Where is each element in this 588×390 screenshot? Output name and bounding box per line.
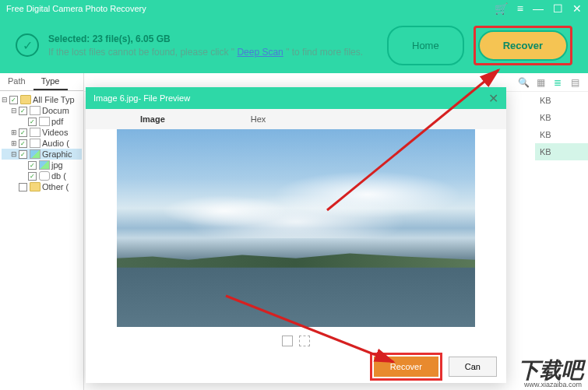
preview-tab-image[interactable]: Image <box>140 114 165 124</box>
preview-title: Image 6.jpg- File Preview <box>93 93 488 103</box>
tab-path[interactable]: Path <box>0 73 33 90</box>
minimize-icon[interactable]: — <box>533 2 544 15</box>
recover-highlight-small: Recover <box>370 353 442 381</box>
tree-item-other[interactable]: Other ( <box>2 181 82 192</box>
maximize-icon[interactable]: ☐ <box>553 2 563 15</box>
preview-image <box>117 129 475 327</box>
jpg-icon <box>39 160 50 170</box>
file-list: KB KB KB KB <box>535 92 588 160</box>
pdf-icon <box>39 117 50 126</box>
preview-header: Image 6.jpg- File Preview ✕ <box>86 87 506 109</box>
audio-icon <box>30 139 40 148</box>
preview-dialog: Image 6.jpg- File Preview ✕ Image Hex Re… <box>86 87 506 383</box>
tree-item-db[interactable]: ✓db ( <box>2 170 82 181</box>
tree-item-documents[interactable]: ⊟✓Docum <box>2 105 82 116</box>
preview-recover-button[interactable]: Recover <box>374 357 438 377</box>
document-icon <box>30 106 40 115</box>
hint-text: If the lost files cannot be found, pleas… <box>48 47 387 58</box>
tree-item-videos[interactable]: ⊞✓Videos <box>2 127 82 138</box>
tree-item-audio[interactable]: ⊞✓Audio ( <box>2 138 82 149</box>
preview-zoom-controls <box>86 332 506 350</box>
cart-icon[interactable]: 🛒 <box>495 2 508 15</box>
window-controls: 🛒 ≡ — ☐ ✕ <box>495 2 582 15</box>
fit-width-icon[interactable] <box>282 336 293 346</box>
titlebar: Free Digital Camera Photo Recovery 🛒 ≡ —… <box>0 0 588 17</box>
watermark-url: www.xiazaiba.com <box>524 381 582 388</box>
sky-clouds <box>117 129 475 238</box>
search-icon[interactable]: 🔍 <box>518 77 529 88</box>
detail-view-icon[interactable]: ▤ <box>569 77 580 88</box>
file-row[interactable]: KB <box>535 92 588 109</box>
header-text: Selected: 23 file(s), 6.05 GB If the los… <box>48 33 387 58</box>
sidebar: Path Type ⊟✓All File Typ ⊟✓Docum ✓pdf ⊞✓… <box>0 73 84 390</box>
folder-icon <box>20 95 31 104</box>
close-icon[interactable]: ✕ <box>488 91 498 106</box>
tree-item-jpg[interactable]: ✓jpg <box>2 160 82 170</box>
fit-screen-icon[interactable] <box>299 336 310 346</box>
header: ✓ Selected: 23 file(s), 6.05 GB If the l… <box>0 17 588 73</box>
file-row[interactable]: KB <box>535 143 588 160</box>
sidebar-tabs: Path Type <box>0 73 83 91</box>
close-icon[interactable]: ✕ <box>572 2 582 15</box>
file-row[interactable]: KB <box>535 126 588 143</box>
list-view-icon[interactable]: ≣ <box>552 77 563 88</box>
recover-highlight: Recover <box>474 26 572 65</box>
tree-item-graphics[interactable]: ⊟✓Graphic <box>2 149 82 160</box>
tree-item-pdf[interactable]: ✓pdf <box>2 116 82 127</box>
file-tree: ⊟✓All File Typ ⊟✓Docum ✓pdf ⊞✓Videos ⊞✓A… <box>0 91 83 195</box>
tab-type[interactable]: Type <box>33 73 68 90</box>
tree-item-all[interactable]: ⊟✓All File Typ <box>2 94 82 105</box>
video-icon <box>30 128 40 137</box>
header-buttons: Home Recover <box>387 26 572 65</box>
image-icon <box>30 149 40 159</box>
preview-tab-hex[interactable]: Hex <box>251 114 266 124</box>
grid-view-icon[interactable]: ▦ <box>535 77 546 88</box>
menu-icon[interactable]: ≡ <box>517 2 523 15</box>
check-circle-icon: ✓ <box>16 33 39 57</box>
preview-footer: Recover Can <box>86 350 506 383</box>
landscape <box>117 252 475 268</box>
recover-button[interactable]: Recover <box>478 30 568 61</box>
preview-cancel-button[interactable]: Can <box>449 357 497 377</box>
folder-icon <box>30 182 40 191</box>
deep-scan-link[interactable]: Deep Scan <box>237 47 283 58</box>
selected-summary: Selected: 23 file(s), 6.05 GB <box>48 33 387 44</box>
window-title: Free Digital Camera Photo Recovery <box>6 4 495 13</box>
file-row[interactable]: KB <box>535 109 588 126</box>
home-button[interactable]: Home <box>387 26 464 65</box>
db-icon <box>39 171 50 181</box>
preview-tabs: Image Hex <box>86 109 506 129</box>
